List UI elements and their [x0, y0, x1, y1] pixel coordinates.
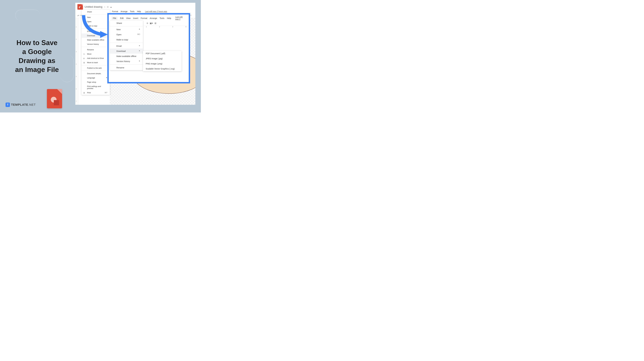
cloud-icon[interactable]: ☁ [110, 6, 112, 8]
shortcut-icon: ⊕ [83, 57, 85, 59]
download-jpeg[interactable]: JPEG image (.jpg) [143, 56, 182, 61]
menu-insert-zoom[interactable]: Insert [133, 17, 138, 19]
undo-icon[interactable]: ↶ [78, 14, 79, 17]
screenshot-background: Untitled drawing ☆ ⊡ ☁ File Edit View In… [75, 3, 195, 105]
menu-rename-zoom[interactable]: Rename [110, 65, 143, 70]
menu-page-setup[interactable]: Page setup [82, 80, 110, 84]
chevron-right-icon: ▶ [139, 50, 140, 51]
chevron-right-icon: ▶ [106, 77, 107, 78]
chevron-right-icon: ▶ [139, 60, 140, 62]
menu-move[interactable]: 🗀Move [82, 52, 110, 56]
callout-arrow [80, 13, 108, 41]
image-icon[interactable]: ▣▾ [150, 22, 153, 24]
add-icon[interactable]: ⊞ [154, 22, 156, 24]
menu-download-zoom[interactable]: Download▶ [110, 48, 143, 54]
download-pdf[interactable]: PDF Document (.pdf) [143, 51, 182, 56]
menu-view-zoom[interactable]: View [126, 17, 130, 19]
menu-language[interactable]: Language▶ [82, 76, 110, 80]
drawings-app-icon [78, 4, 83, 10]
menu-make-copy-zoom[interactable]: Make a copy [110, 37, 143, 42]
decorative-line [60, 54, 74, 82]
print-icon: 🖶 [83, 92, 85, 94]
menu-arrange[interactable]: Arrange [120, 10, 128, 13]
menu-version-history[interactable]: Version history [82, 42, 110, 46]
textbox-icon[interactable]: ⧈ [147, 22, 148, 24]
menu-arrange-zoom[interactable]: Arrange [150, 17, 157, 19]
menu-email-zoom[interactable]: Email▶ [110, 43, 143, 48]
menu-offline-zoom[interactable]: Make available offline [110, 54, 143, 59]
menu-format-zoom[interactable]: Format [141, 17, 147, 19]
google-drawings-logo [47, 89, 62, 108]
menu-rename[interactable]: Rename [82, 47, 110, 52]
vertical-ruler: 1 2 3 4 5 6 7 [75, 18, 79, 105]
menu-open-zoom[interactable]: Open⌘O [110, 32, 143, 37]
folder-icon: 🗀 [83, 53, 85, 55]
decorative-line [15, 10, 40, 21]
menu-print-settings[interactable]: Print settings and preview [82, 84, 110, 90]
download-submenu: PDF Document (.pdf) JPEG image (.jpg) PN… [143, 51, 182, 71]
template-net-logo: T TEMPLATE.NET [6, 102, 36, 107]
menu-edit-zoom[interactable]: Edit [120, 17, 124, 19]
last-edit-zoom[interactable]: Last edit was 2 [175, 16, 186, 20]
menu-doc-details[interactable]: Document details [82, 71, 110, 76]
download-svg[interactable]: Scalable Vector Graphics (.svg) [143, 66, 182, 71]
trash-icon: 🗑 [83, 61, 85, 63]
menu-new-zoom[interactable]: New▶ [110, 27, 143, 32]
last-edit-link[interactable]: Last edit was 2 hours ago [145, 10, 167, 13]
chevron-right-icon: ▶ [139, 45, 140, 46]
chevron-right-icon: ▶ [139, 28, 140, 30]
star-icon[interactable]: ☆ [104, 6, 106, 8]
menu-help-zoom[interactable]: Help [167, 17, 171, 19]
menu-add-shortcut[interactable]: ⊕Add shortcut to Drive [82, 56, 110, 60]
document-title[interactable]: Untitled drawing [84, 5, 102, 8]
menu-help[interactable]: Help [137, 10, 141, 13]
menu-file-zoom[interactable]: File [112, 16, 118, 20]
download-png[interactable]: PNG image (.png) [143, 61, 182, 66]
folder-icon[interactable]: ⊡ [107, 6, 108, 8]
svg-marker-0 [100, 31, 108, 38]
file-menu-dropdown-zoom: Share New▶ Open⌘O Make a copy Email▶ Dow… [110, 20, 143, 70]
menu-tools[interactable]: Tools [130, 10, 134, 13]
menu-tools-zoom[interactable]: Tools [160, 17, 164, 19]
menu-version-zoom[interactable]: Version history▶ [110, 59, 143, 64]
menu-share-zoom[interactable]: Share [110, 20, 143, 26]
zoom-callout: File Edit View Insert Format Arrange Too… [107, 13, 190, 83]
ruler-mark: 8 [190, 14, 191, 16]
menu-format[interactable]: Format [112, 10, 118, 13]
menu-print[interactable]: 🖶Print⌘P [82, 90, 110, 95]
menu-publish[interactable]: Publish to the web [82, 66, 110, 70]
tutorial-title: How to Save a Google Drawing as an Image… [6, 38, 68, 74]
menu-trash[interactable]: 🗑Move to trash [82, 60, 110, 65]
